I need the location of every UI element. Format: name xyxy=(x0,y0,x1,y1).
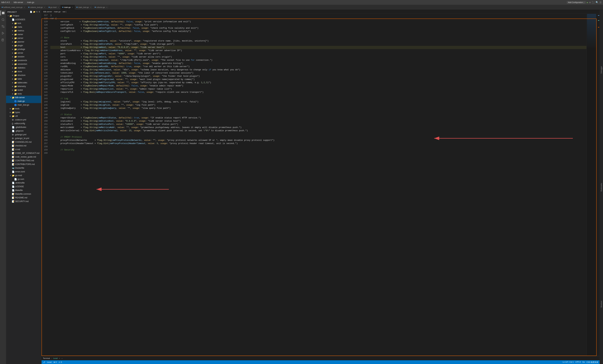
tab-close-icon[interactable]: × xyxy=(44,6,45,8)
code-line-121: configCheck = flagBoolean(nmConfigCheck,… xyxy=(50,27,586,30)
new-file-icon[interactable]: 📄 xyxy=(30,11,32,13)
explorer-icon-btn[interactable] xyxy=(0,11,6,15)
tab-close-icon[interactable]: × xyxy=(106,6,107,8)
debug-icon-btn[interactable] xyxy=(0,31,6,36)
tree-item-store[interactable]: ▶📁 store xyxy=(6,70,41,73)
tree-label: CONTRIBUTING.md xyxy=(15,159,34,162)
tree-label: util xyxy=(15,115,18,117)
tree-label: go.mod xyxy=(15,174,22,176)
tree-item-securitymd[interactable]: 📝 SECURITY.md xyxy=(6,199,41,203)
mdfile-icon: 📝 xyxy=(12,163,14,166)
code-line-156: proxyProtocolNetworks = flag.String(nmPr… xyxy=(50,139,586,142)
menu-icon[interactable]: ☰ xyxy=(600,1,602,4)
collapse-icon[interactable]: ⬆ xyxy=(38,11,40,13)
tree-item-plugin[interactable]: ▶📁 plugin xyxy=(6,44,41,47)
tree-item-errorstoml[interactable]: 📄 errors.toml xyxy=(6,170,41,174)
tree-item-planner[interactable]: ▶📁 planner xyxy=(6,40,41,44)
terminal-chevron-icon[interactable]: ⌄ xyxy=(61,357,63,359)
tab-go-mod[interactable]: go.mod× xyxy=(47,5,61,10)
search-icon-btn[interactable] xyxy=(0,17,6,22)
tree-item-dockerfile[interactable]: 🐳 Dockerfile xyxy=(6,166,41,170)
tree-item-contributingmd[interactable]: 📝 CONTRIBUTING.md xyxy=(6,159,41,162)
tree-item-jenkinsfile[interactable]: 📄 Jenkinsfile xyxy=(6,181,41,185)
tree-item-gitignore[interactable]: 📄 .gitignore xyxy=(6,129,41,133)
code-line-140: repairList = flag.String(nmRepairList, v… xyxy=(50,88,586,91)
tree-item-session[interactable]: ▶📁 session xyxy=(6,55,41,58)
tree-item-parser[interactable]: ▶📁 parser xyxy=(6,36,41,40)
debug-icon[interactable]: ⚙ xyxy=(589,1,591,4)
add-config-button[interactable]: Add Configuration... xyxy=(567,1,586,4)
tree-item-cimd[interactable]: 📝 ci.md xyxy=(6,148,41,151)
tree-item-gosum[interactable]: 📄 go.sum xyxy=(6,177,41,181)
tree-label: telemetry xyxy=(18,85,26,88)
refresh-icon[interactable]: ↻ xyxy=(36,11,38,13)
tree-item-maingo[interactable]: 🔵 main.go xyxy=(6,99,41,103)
svg-marker-9 xyxy=(2,32,4,34)
tree-item-owner[interactable]: ▶📁 owner xyxy=(6,33,41,36)
tab-buffered_read_conn-go[interactable]: buffered_read_conn.go× xyxy=(0,5,27,10)
tab-close-icon[interactable]: × xyxy=(90,6,91,8)
tab-close-icon[interactable]: × xyxy=(24,6,25,8)
tree-item-metrics[interactable]: ▶📁 metrics xyxy=(6,29,41,33)
tree-item-sessiontxn[interactable]: ▶📁 sessiontxn xyxy=(6,62,41,66)
svg-point-7 xyxy=(2,25,3,26)
tab-close-icon[interactable]: × xyxy=(58,6,59,8)
tree-item-tests[interactable]: ▶📁 tests xyxy=(6,92,41,96)
terminal-plus-icon[interactable]: + xyxy=(59,357,60,359)
tree-item-contributorsmd[interactable]: 📝 CONTRIBUTORS.md xyxy=(6,162,41,166)
line-number-129: 129 xyxy=(42,52,48,55)
tree-item-checklistmd[interactable]: 📝 checklist.md xyxy=(6,144,41,148)
new-folder-icon[interactable]: 📁 xyxy=(33,11,36,13)
tree-item-project[interactable]: ▼📁 Project xyxy=(6,14,41,18)
stop-icon[interactable]: ⬛ xyxy=(592,1,595,4)
tab-column_test-go[interactable]: column_test.go× xyxy=(27,5,47,10)
tree-item-codeofconductmd[interactable]: 📝 CODE_OF_CONDUCT.md xyxy=(6,151,41,155)
tree-item-types[interactable]: ▶📁 types xyxy=(6,110,41,114)
tree-item-license[interactable]: 📄 LICENSE xyxy=(6,185,41,188)
tab-close-icon[interactable]: × xyxy=(72,6,73,8)
debugger-tab[interactable]: Debugger xyxy=(601,66,602,74)
tree-item-codereviewguidemd[interactable]: 📝 code_review_guide.md xyxy=(6,155,41,159)
tree-item-makefilecommon[interactable]: 📝 Makefile.common xyxy=(6,192,41,196)
tree-item-changelogmd[interactable]: 📝 CHANGELOG.md xyxy=(6,140,41,144)
tree-item-makefile[interactable]: 📄 Makefile xyxy=(6,188,41,192)
tree-item-lock[interactable]: ▶📁 lock xyxy=(6,22,41,25)
tree-item-telemetry[interactable]: ▶📁 telemetry xyxy=(6,85,41,88)
tree-item-statistics[interactable]: ▶📁 statistics xyxy=(6,66,41,70)
tree-item-golangciyml[interactable]: ⚙ .golangci.yml xyxy=(6,133,41,136)
bookmarks-tab[interactable]: Bookmarks xyxy=(601,183,602,191)
tree-item-server[interactable]: ▶📁 server xyxy=(6,51,41,55)
line-number-147: 147 xyxy=(42,110,48,113)
tree-item-tablecodec[interactable]: ▶📁 tablecodec xyxy=(6,81,41,85)
main-layout: Project 📄 📁 ↻ ⬆ ▼📁 Project 📄 LICENSES▶📁 … xyxy=(0,10,603,364)
tree-item-gomod[interactable]: ▼📁 go.mod xyxy=(6,174,41,177)
structure-tab[interactable]: Structure xyxy=(601,301,602,308)
tree-label: Makefile xyxy=(15,189,23,191)
tree-item-privilege[interactable]: ▶📁 privilege xyxy=(6,47,41,51)
git-icon-btn[interactable] xyxy=(0,24,6,29)
tab-main-go[interactable]: main.go× xyxy=(61,5,75,10)
tab-main_test-go[interactable]: main_test.go× xyxy=(75,5,93,10)
code-content[interactable]: )var ( version = flagBoolean(nmVersion, … xyxy=(49,13,586,356)
tree-item-licenses[interactable]: 📄 LICENSES xyxy=(6,18,41,22)
extensions-icon-btn[interactable] xyxy=(0,37,6,43)
tree-item-util[interactable]: ▶📁 util xyxy=(6,114,41,118)
tab-label: main.go xyxy=(64,6,70,8)
tree-item-golangcibryml[interactable]: ⚙ .golangci_br.yml xyxy=(6,136,41,140)
tree-item-readmemd[interactable]: 📝 README.md xyxy=(6,196,41,199)
tree-item-tools[interactable]: ▶📁 tools xyxy=(6,107,41,110)
search-icon[interactable]: 🔍 xyxy=(596,1,598,4)
tree-item-maintestgo[interactable]: 🔵 main_test.go xyxy=(6,103,41,107)
tree-item-codecovyml[interactable]: ⚙ .codecov.yml xyxy=(6,118,41,121)
tree-item-structure[interactable]: ▶📁 structure xyxy=(6,73,41,77)
tree-item-editorconfig[interactable]: {} .editorconfig xyxy=(6,121,41,125)
tree-item-sessionctx[interactable]: ▶📁 sessionctx xyxy=(6,58,41,62)
tree-item-gitattributes[interactable]: 📄 .gitattributes xyxy=(6,125,41,129)
tree-item-table[interactable]: ▶📁 table xyxy=(6,77,41,81)
tree-item-meta[interactable]: ▶📁 meta xyxy=(6,25,41,29)
run-icon[interactable]: ▶ xyxy=(587,1,588,4)
tree-item-tidbserver[interactable]: ▼📁 tidb-server xyxy=(6,96,41,99)
folder-icon: 📁 xyxy=(14,48,17,51)
tab-column-go[interactable]: column.go× xyxy=(93,5,109,10)
tree-item-testkit[interactable]: ▶📁 testkit xyxy=(6,88,41,92)
